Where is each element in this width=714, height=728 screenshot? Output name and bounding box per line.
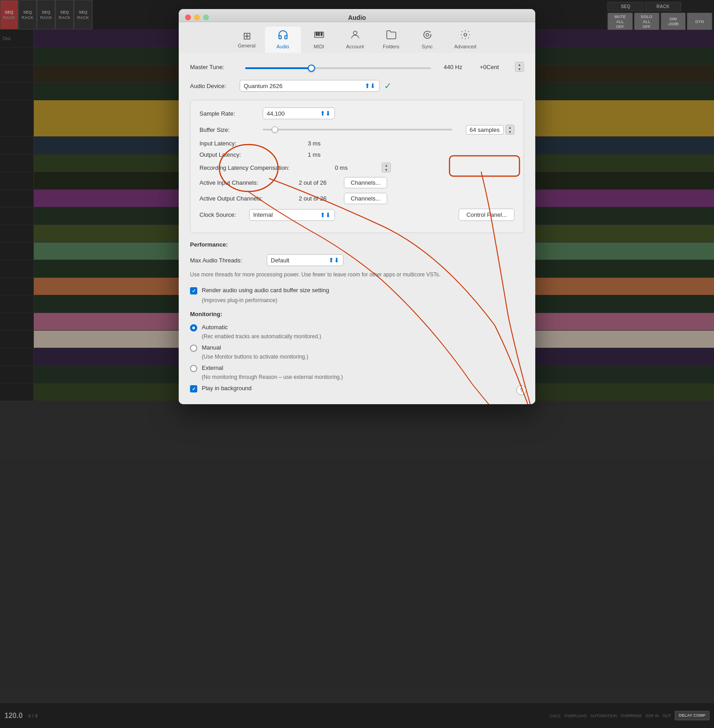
monitoring-manual-row: Manual [190, 344, 524, 352]
master-tune-label: Master Tune: [190, 64, 240, 70]
content-area: Master Tune: 440 Hz +0Cent ▲ ▼ Audio Dev… [179, 53, 535, 404]
output-latency-value: 1 ms [308, 151, 353, 158]
active-output-label: Active Output Channels: [199, 195, 299, 202]
window-controls [185, 14, 209, 20]
svg-rect-1 [316, 32, 317, 36]
buffer-size-row: Buffer Size: 64 samples ▲ ▼ [199, 125, 515, 135]
title-bar: Audio [179, 9, 535, 22]
tab-audio[interactable]: Audio [265, 27, 301, 53]
advanced-icon [460, 29, 471, 43]
input-latency-row: Input Latency: 3 ms [199, 140, 515, 147]
modal-overlay: Audio ⊞ General Audio [0, 0, 714, 728]
buffer-size-label: Buffer Size: [199, 126, 263, 133]
tab-advanced[interactable]: Advanced [445, 27, 486, 53]
manual-label: Manual [202, 344, 221, 351]
buffer-value-container: 64 samples ▲ ▼ [466, 125, 515, 135]
external-label: External [202, 364, 223, 371]
render-audio-sublabel: (Improves plug-in performance) [202, 297, 524, 303]
master-tune-row: Master Tune: 440 Hz +0Cent ▲ ▼ [190, 62, 524, 72]
play-background-checkbox[interactable]: ✓ [190, 385, 197, 392]
device-check-icon: ✓ [384, 80, 392, 91]
play-bg-check-icon: ✓ [192, 386, 196, 392]
svg-point-6 [464, 33, 467, 36]
close-button[interactable] [185, 14, 191, 20]
dropdown-arrow-icon: ⬆⬇ [365, 82, 376, 89]
tab-audio-label: Audio [276, 44, 289, 49]
render-audio-row: ✓ Render audio using audio card buffer s… [190, 287, 524, 294]
threads-dropdown[interactable]: Default ⬆⬇ [267, 254, 343, 266]
input-latency-value: 3 ms [308, 140, 353, 147]
buffer-size-slider[interactable] [263, 129, 452, 131]
audio-device-label: Audio Device: [190, 83, 240, 89]
output-latency-label: Output Latency: [199, 151, 308, 158]
latency-spinner-up[interactable]: ▲ [382, 163, 390, 168]
clock-source-dropdown[interactable]: Internal ⬆⬇ [249, 209, 335, 221]
input-latency-label: Input Latency: [199, 140, 308, 147]
play-background-row: ✓ Play in background [190, 385, 524, 392]
clock-source-label: Clock Source: [199, 211, 249, 218]
svg-point-5 [426, 33, 429, 36]
radio-dot-icon [192, 327, 195, 329]
clock-arrow-icon: ⬆⬇ [320, 211, 331, 219]
performance-header: Performance: [190, 241, 524, 248]
audio-device-dropdown[interactable]: Quantum 2626 ⬆⬇ [240, 80, 380, 92]
minimize-button[interactable] [194, 14, 200, 20]
buffer-spinner-up[interactable]: ▲ [506, 125, 514, 130]
tab-general-label: General [238, 43, 255, 48]
master-tune-slider-container [245, 63, 431, 71]
svg-point-4 [353, 31, 357, 35]
audio-settings-window: Audio ⊞ General Audio [179, 9, 535, 404]
audio-device-row: Audio Device: Quantum 2626 ⬆⬇ ✓ [190, 80, 524, 92]
help-button[interactable]: ? [516, 385, 526, 395]
checkbox-check-icon: ✓ [192, 288, 196, 294]
master-tune-slider[interactable] [245, 67, 431, 69]
master-tune-spinner[interactable]: ▲ ▼ [515, 62, 524, 72]
tab-sync-label: Sync [422, 44, 432, 49]
buffer-size-value: 64 samples [466, 125, 504, 135]
maximize-button[interactable] [203, 14, 209, 20]
active-input-label: Active Input Channels: [199, 179, 299, 186]
sample-rate-arrow-icon: ⬆⬇ [320, 110, 331, 117]
render-audio-checkbox[interactable]: ✓ [190, 287, 197, 294]
tab-advanced-label: Advanced [454, 44, 477, 49]
audio-icon [278, 29, 288, 43]
sample-rate-value: 44,100 [267, 110, 285, 117]
automatic-radio[interactable] [190, 324, 197, 331]
tab-sync[interactable]: Sync [409, 27, 445, 53]
buffer-size-spinner[interactable]: ▲ ▼ [505, 125, 515, 135]
general-icon: ⊞ [243, 30, 251, 42]
tab-folders[interactable]: Folders [373, 27, 409, 53]
tab-midi[interactable]: MIDI [301, 27, 337, 53]
spinner-up-button[interactable]: ▲ [515, 62, 524, 67]
tab-general[interactable]: ⊞ General [229, 28, 265, 52]
sync-icon [422, 29, 433, 43]
active-output-value: 2 out of 26 [299, 195, 344, 202]
tab-folders-label: Folders [383, 44, 399, 49]
tab-bar: ⊞ General Audio [179, 22, 535, 53]
threads-value: Default [271, 257, 289, 264]
latency-spinner-down[interactable]: ▼ [382, 168, 390, 172]
spinner-down-button[interactable]: ▼ [515, 67, 524, 71]
threads-row: Max Audio Threads: Default ⬆⬇ [190, 254, 524, 266]
tab-account[interactable]: Account [337, 27, 373, 53]
external-radio[interactable] [190, 365, 197, 372]
monitoring-external-row: External [190, 364, 524, 372]
sample-rate-row: Sample Rate: 44,100 ⬆⬇ [199, 107, 515, 119]
render-audio-label: Render audio using audio card buffer siz… [202, 287, 329, 294]
buffer-spinner-down[interactable]: ▼ [506, 130, 514, 134]
control-panel-button[interactable]: Control Panel... [459, 209, 515, 221]
inner-panel: Sample Rate: 44,100 ⬆⬇ Buffer Size: 64 s… [190, 100, 524, 233]
sample-rate-dropdown[interactable]: 44,100 ⬆⬇ [263, 107, 335, 119]
play-background-label: Play in background [202, 385, 252, 392]
tab-account-label: Account [346, 44, 364, 49]
manual-sublabel: (Use Monitor buttons to activate monitor… [202, 354, 524, 360]
active-input-value: 2 out of 26 [299, 179, 344, 186]
recording-latency-spinner[interactable]: ▲ ▼ [382, 163, 391, 173]
sample-rate-label: Sample Rate: [199, 110, 263, 117]
manual-radio[interactable] [190, 345, 197, 352]
recording-latency-value: 0 ms [335, 164, 380, 171]
audio-device-value: Quantum 2626 [244, 83, 283, 89]
output-channels-button[interactable]: Channels... [344, 193, 387, 204]
input-channels-button[interactable]: Channels... [344, 177, 387, 188]
threads-label: Max Audio Threads: [190, 257, 267, 264]
